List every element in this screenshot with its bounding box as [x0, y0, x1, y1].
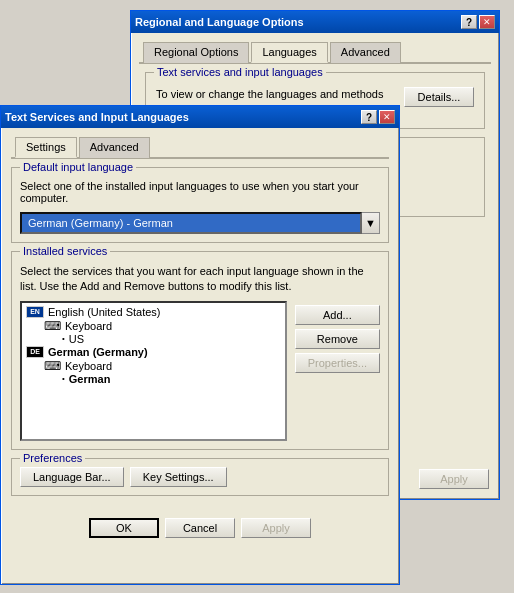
- tab-settings[interactable]: Settings: [15, 137, 77, 158]
- tree-item: ⌨ Keyboard: [24, 359, 283, 373]
- fg-dialog-content: Settings Advanced Default input language…: [1, 128, 399, 512]
- remove-button[interactable]: Remove: [295, 329, 380, 349]
- tree-item: • US: [24, 333, 283, 345]
- list-item: EN English (United States): [24, 305, 283, 319]
- default-language-dropdown-arrow[interactable]: ▼: [362, 212, 380, 234]
- fg-help-button[interactable]: ?: [361, 110, 377, 124]
- fg-close-button[interactable]: ✕: [379, 110, 395, 124]
- services-area: EN English (United States) ⌨ Keyboard • …: [20, 301, 380, 441]
- preferences-buttons: Language Bar... Key Settings...: [20, 467, 380, 487]
- tree-item: • German: [24, 373, 283, 385]
- installed-services-description: Select the services that you want for ea…: [20, 264, 380, 295]
- bg-title-bar: Regional and Language Options ? ✕: [131, 11, 499, 33]
- en-keyboard-us: US: [69, 333, 84, 345]
- fg-apply-button[interactable]: Apply: [241, 518, 311, 538]
- default-language-select-wrapper: German (Germany) - German ▼: [20, 212, 380, 234]
- fg-title-buttons: ? ✕: [361, 110, 395, 124]
- default-input-description: Select one of the installed input langua…: [20, 180, 380, 204]
- bullet-icon: •: [62, 334, 65, 343]
- services-buttons: Add... Remove Properties...: [295, 301, 380, 441]
- en-flag: EN: [26, 306, 44, 318]
- text-services-dialog: Text Services and Input Languages ? ✕ Se…: [0, 105, 400, 585]
- de-keyboard-label: Keyboard: [65, 360, 112, 372]
- bullet-icon-2: •: [62, 374, 65, 383]
- text-services-group-title: Text services and input languages: [154, 66, 326, 78]
- add-button[interactable]: Add...: [295, 305, 380, 325]
- bg-title-buttons: ? ✕: [461, 15, 495, 29]
- installed-services-group: Installed services Select the services t…: [11, 251, 389, 450]
- keyboard-icon-2: ⌨: [44, 359, 61, 373]
- preferences-group: Preferences Language Bar... Key Settings…: [11, 458, 389, 496]
- fg-bottom-buttons: OK Cancel Apply: [1, 512, 399, 544]
- services-list-box[interactable]: EN English (United States) ⌨ Keyboard • …: [20, 301, 287, 441]
- tab-advanced[interactable]: Advanced: [330, 42, 401, 63]
- installed-services-label: Installed services: [20, 245, 110, 257]
- language-bar-button[interactable]: Language Bar...: [20, 467, 124, 487]
- list-item: DE German (Germany): [24, 345, 283, 359]
- bg-help-button[interactable]: ?: [461, 15, 477, 29]
- tab-regional-options[interactable]: Regional Options: [143, 42, 249, 63]
- fg-title-bar: Text Services and Input Languages ? ✕: [1, 106, 399, 128]
- en-language-name: English (United States): [48, 306, 161, 318]
- preferences-label: Preferences: [20, 452, 85, 464]
- default-input-label: Default input language: [20, 161, 136, 173]
- fg-ok-button[interactable]: OK: [89, 518, 159, 538]
- default-input-group: Default input language Select one of the…: [11, 167, 389, 243]
- de-flag: DE: [26, 346, 44, 358]
- bg-close-button[interactable]: ✕: [479, 15, 495, 29]
- tab-fg-advanced[interactable]: Advanced: [79, 137, 150, 158]
- key-settings-button[interactable]: Key Settings...: [130, 467, 227, 487]
- default-language-value[interactable]: German (Germany) - German: [20, 212, 362, 234]
- bg-dialog-title: Regional and Language Options: [135, 16, 304, 28]
- tree-item: ⌨ Keyboard: [24, 319, 283, 333]
- de-keyboard-german: German: [69, 373, 111, 385]
- bg-bottom-buttons: Apply: [419, 469, 489, 489]
- fg-dialog-title: Text Services and Input Languages: [5, 111, 189, 123]
- details-button[interactable]: Details...: [404, 87, 474, 107]
- fg-cancel-button[interactable]: Cancel: [165, 518, 235, 538]
- properties-button[interactable]: Properties...: [295, 353, 380, 373]
- fg-tab-bar: Settings Advanced: [11, 136, 389, 159]
- bg-tab-bar: Regional Options Languages Advanced: [139, 41, 491, 64]
- en-keyboard-label: Keyboard: [65, 320, 112, 332]
- bg-apply-button[interactable]: Apply: [419, 469, 489, 489]
- de-language-name: German (Germany): [48, 346, 148, 358]
- keyboard-icon: ⌨: [44, 319, 61, 333]
- tab-languages[interactable]: Languages: [251, 42, 327, 63]
